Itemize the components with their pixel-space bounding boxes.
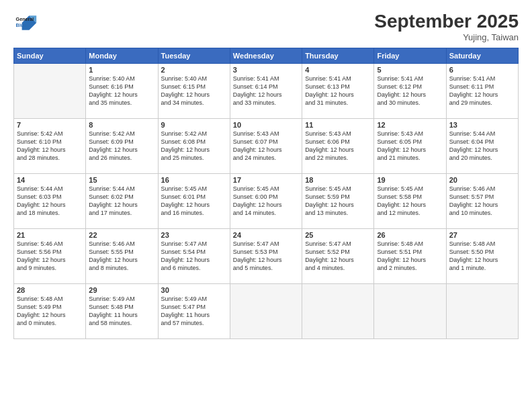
calendar-cell: 26Sunrise: 5:48 AMSunset: 5:51 PMDayligh… (374, 229, 446, 284)
title-block: September 2025 Yujing, Taiwan (374, 11, 519, 42)
calendar-cell: 10Sunrise: 5:43 AMSunset: 6:07 PMDayligh… (230, 119, 302, 174)
calendar-cell: 3Sunrise: 5:41 AMSunset: 6:14 PMDaylight… (230, 64, 302, 119)
day-number: 22 (89, 231, 154, 239)
calendar-cell: 21Sunrise: 5:46 AMSunset: 5:56 PMDayligh… (14, 229, 86, 284)
location: Yujing, Taiwan (374, 32, 519, 42)
week-row-1: 1Sunrise: 5:40 AMSunset: 6:16 PMDaylight… (14, 64, 519, 119)
day-info: Sunrise: 5:48 AMSunset: 5:51 PMDaylight:… (377, 240, 443, 273)
calendar: SundayMondayTuesdayWednesdayThursdayFrid… (13, 48, 519, 339)
calendar-cell: 16Sunrise: 5:45 AMSunset: 6:01 PMDayligh… (158, 174, 230, 229)
day-number: 10 (233, 121, 299, 129)
day-info: Sunrise: 5:40 AMSunset: 6:15 PMDaylight:… (161, 75, 227, 107)
day-number: 30 (161, 286, 227, 294)
day-number: 19 (377, 176, 443, 184)
day-info: Sunrise: 5:48 AMSunset: 5:49 PMDaylight:… (17, 295, 83, 328)
day-number: 5 (377, 66, 443, 74)
day-number: 4 (305, 66, 371, 74)
page: General Blue September 2025 Yujing, Taiw… (0, 0, 532, 411)
weekday-header-thursday: Thursday (302, 48, 374, 64)
day-number: 2 (161, 66, 227, 74)
svg-text:General: General (16, 16, 34, 22)
weekday-header-friday: Friday (374, 48, 446, 64)
calendar-cell: 18Sunrise: 5:45 AMSunset: 5:59 PMDayligh… (302, 174, 374, 229)
day-info: Sunrise: 5:49 AMSunset: 5:48 PMDaylight:… (89, 295, 154, 328)
calendar-cell: 19Sunrise: 5:45 AMSunset: 5:58 PMDayligh… (374, 174, 446, 229)
day-info: Sunrise: 5:46 AMSunset: 5:56 PMDaylight:… (17, 240, 83, 273)
week-row-5: 28Sunrise: 5:48 AMSunset: 5:49 PMDayligh… (14, 284, 519, 339)
day-info: Sunrise: 5:42 AMSunset: 6:09 PMDaylight:… (89, 130, 154, 163)
weekday-header-saturday: Saturday (446, 48, 518, 64)
calendar-cell: 2Sunrise: 5:40 AMSunset: 6:15 PMDaylight… (158, 64, 230, 119)
day-number: 23 (161, 231, 227, 239)
day-number: 26 (377, 231, 443, 239)
calendar-cell: 17Sunrise: 5:45 AMSunset: 6:00 PMDayligh… (230, 174, 302, 229)
day-number: 15 (89, 176, 154, 184)
calendar-cell: 15Sunrise: 5:44 AMSunset: 6:02 PMDayligh… (86, 174, 158, 229)
day-info: Sunrise: 5:47 AMSunset: 5:52 PMDaylight:… (305, 240, 371, 273)
day-info: Sunrise: 5:42 AMSunset: 6:08 PMDaylight:… (161, 130, 227, 163)
calendar-cell: 9Sunrise: 5:42 AMSunset: 6:08 PMDaylight… (158, 119, 230, 174)
header: General Blue September 2025 Yujing, Taiw… (13, 11, 519, 42)
day-number: 25 (305, 231, 371, 239)
day-info: Sunrise: 5:47 AMSunset: 5:53 PMDaylight:… (233, 240, 299, 273)
day-number: 16 (161, 176, 227, 184)
day-number: 14 (17, 176, 83, 184)
logo-icon: General Blue (13, 11, 38, 35)
day-number: 7 (17, 121, 83, 129)
calendar-cell: 5Sunrise: 5:41 AMSunset: 6:12 PMDaylight… (374, 64, 446, 119)
calendar-cell: 25Sunrise: 5:47 AMSunset: 5:52 PMDayligh… (302, 229, 374, 284)
day-number: 1 (89, 66, 154, 74)
day-info: Sunrise: 5:45 AMSunset: 5:58 PMDaylight:… (377, 185, 443, 218)
weekday-header-sunday: Sunday (14, 48, 86, 64)
calendar-cell: 13Sunrise: 5:44 AMSunset: 6:04 PMDayligh… (446, 119, 518, 174)
day-number: 6 (449, 66, 515, 74)
calendar-cell (230, 284, 302, 339)
day-info: Sunrise: 5:46 AMSunset: 5:57 PMDaylight:… (449, 185, 515, 218)
day-number: 21 (17, 231, 83, 239)
calendar-cell: 1Sunrise: 5:40 AMSunset: 6:16 PMDaylight… (86, 64, 158, 119)
day-info: Sunrise: 5:41 AMSunset: 6:14 PMDaylight:… (233, 75, 299, 107)
day-number: 9 (161, 121, 227, 129)
weekday-header-monday: Monday (86, 48, 158, 64)
calendar-cell: 4Sunrise: 5:41 AMSunset: 6:13 PMDaylight… (302, 64, 374, 119)
day-number: 29 (89, 286, 154, 294)
calendar-cell: 11Sunrise: 5:43 AMSunset: 6:06 PMDayligh… (302, 119, 374, 174)
calendar-cell (446, 284, 518, 339)
month-title: September 2025 (374, 11, 519, 32)
day-number: 8 (89, 121, 154, 129)
calendar-cell: 12Sunrise: 5:43 AMSunset: 6:05 PMDayligh… (374, 119, 446, 174)
day-info: Sunrise: 5:43 AMSunset: 6:07 PMDaylight:… (233, 130, 299, 163)
day-info: Sunrise: 5:41 AMSunset: 6:11 PMDaylight:… (449, 75, 515, 107)
calendar-cell: 29Sunrise: 5:49 AMSunset: 5:48 PMDayligh… (86, 284, 158, 339)
week-row-4: 21Sunrise: 5:46 AMSunset: 5:56 PMDayligh… (14, 229, 519, 284)
calendar-cell: 27Sunrise: 5:48 AMSunset: 5:50 PMDayligh… (446, 229, 518, 284)
calendar-cell: 22Sunrise: 5:46 AMSunset: 5:55 PMDayligh… (86, 229, 158, 284)
calendar-cell: 6Sunrise: 5:41 AMSunset: 6:11 PMDaylight… (446, 64, 518, 119)
day-number: 27 (449, 231, 515, 239)
day-info: Sunrise: 5:47 AMSunset: 5:54 PMDaylight:… (161, 240, 227, 273)
week-row-2: 7Sunrise: 5:42 AMSunset: 6:10 PMDaylight… (14, 119, 519, 174)
day-number: 12 (377, 121, 443, 129)
calendar-cell: 7Sunrise: 5:42 AMSunset: 6:10 PMDaylight… (14, 119, 86, 174)
day-info: Sunrise: 5:49 AMSunset: 5:47 PMDaylight:… (161, 295, 227, 328)
day-info: Sunrise: 5:43 AMSunset: 6:05 PMDaylight:… (377, 130, 443, 163)
day-info: Sunrise: 5:45 AMSunset: 6:00 PMDaylight:… (233, 185, 299, 218)
day-number: 17 (233, 176, 299, 184)
weekday-header-wednesday: Wednesday (230, 48, 302, 64)
day-info: Sunrise: 5:46 AMSunset: 5:55 PMDaylight:… (89, 240, 154, 273)
weekday-header-tuesday: Tuesday (158, 48, 230, 64)
day-info: Sunrise: 5:45 AMSunset: 5:59 PMDaylight:… (305, 185, 371, 218)
day-info: Sunrise: 5:40 AMSunset: 6:16 PMDaylight:… (89, 75, 154, 107)
day-number: 20 (449, 176, 515, 184)
day-number: 11 (305, 121, 371, 129)
day-number: 18 (305, 176, 371, 184)
logo: General Blue (13, 11, 38, 35)
day-info: Sunrise: 5:43 AMSunset: 6:06 PMDaylight:… (305, 130, 371, 163)
calendar-cell: 8Sunrise: 5:42 AMSunset: 6:09 PMDaylight… (86, 119, 158, 174)
day-info: Sunrise: 5:44 AMSunset: 6:03 PMDaylight:… (17, 185, 83, 218)
calendar-cell: 14Sunrise: 5:44 AMSunset: 6:03 PMDayligh… (14, 174, 86, 229)
calendar-cell (374, 284, 446, 339)
calendar-cell (14, 64, 86, 119)
week-row-3: 14Sunrise: 5:44 AMSunset: 6:03 PMDayligh… (14, 174, 519, 229)
day-number: 24 (233, 231, 299, 239)
